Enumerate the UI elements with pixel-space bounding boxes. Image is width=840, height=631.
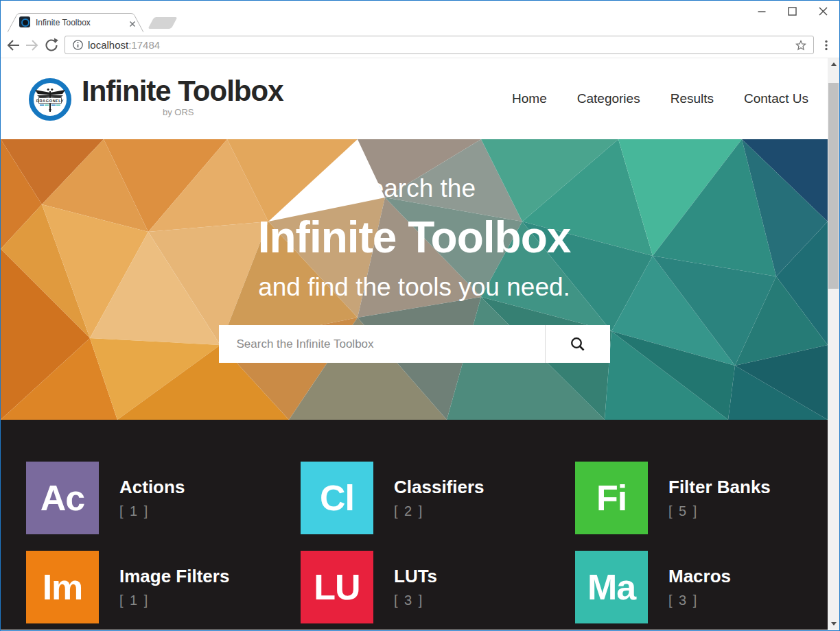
category-tile[interactable]: Ma: [575, 551, 648, 623]
browser-window: Infinite Toolbox: [0, 0, 840, 631]
category-count: [ 3 ]: [668, 593, 731, 608]
search-input[interactable]: [219, 325, 545, 363]
url-host: localhost: [88, 39, 128, 51]
site-title: Infinite Toolbox: [82, 76, 283, 106]
category-info: LUTs [ 3 ]: [394, 551, 437, 623]
browser-tab[interactable]: Infinite Toolbox: [8, 13, 143, 32]
new-tab-button[interactable]: [148, 17, 177, 29]
page-scrollbar[interactable]: [828, 58, 839, 630]
hero-section: Search the Infinite Toolbox and find the…: [1, 139, 828, 420]
category-count: [ 5 ]: [668, 503, 771, 519]
tab-title: Infinite Toolbox: [36, 18, 91, 27]
site-header: DRAGONFLY Infinite Toolbox by ORS HomeCa…: [1, 58, 828, 139]
category-tile[interactable]: LU: [301, 551, 373, 623]
window-controls: [746, 1, 839, 22]
address-bar[interactable]: localhost:17484: [65, 36, 814, 54]
category-card-image-filters[interactable]: Im Image Filters [ 1 ]: [26, 551, 301, 623]
category-tile[interactable]: Im: [26, 551, 99, 623]
browser-titlebar: Infinite Toolbox: [1, 1, 839, 32]
close-button[interactable]: [808, 1, 839, 22]
page-info-icon[interactable]: [72, 39, 84, 51]
brand-text: Infinite Toolbox by ORS: [82, 76, 283, 117]
category-name: LUTs: [394, 567, 437, 586]
browser-toolbar: localhost:17484: [1, 32, 839, 58]
url-text: localhost:17484: [88, 39, 160, 51]
category-info: Image Filters [ 1 ]: [119, 551, 229, 623]
category-card-classifiers[interactable]: Cl Classifiers [ 2 ]: [301, 462, 575, 534]
minimize-button[interactable]: [746, 1, 777, 22]
hero-line1: Search the: [1, 175, 828, 202]
category-info: Filter Banks [ 5 ]: [668, 462, 771, 534]
hero-line3: and find the tools you need.: [1, 274, 828, 301]
dragonfly-logo-icon: DRAGONFLY: [28, 78, 72, 121]
hero-line2: Infinite Toolbox: [1, 215, 828, 260]
brand[interactable]: DRAGONFLY Infinite Toolbox by ORS: [28, 76, 283, 121]
url-port: :17484: [128, 39, 160, 51]
hero-inner: Search the Infinite Toolbox and find the…: [1, 139, 828, 363]
nav-item-categories[interactable]: Categories: [577, 91, 640, 106]
category-card-filter-banks[interactable]: Fi Filter Banks [ 5 ]: [575, 462, 839, 534]
category-count: [ 1 ]: [119, 503, 185, 519]
magnifier-icon: [570, 336, 586, 353]
category-name: Macros: [668, 567, 731, 586]
tab-close-icon[interactable]: [128, 19, 137, 27]
category-count: [ 3 ]: [394, 593, 437, 608]
category-count: [ 1 ]: [119, 593, 229, 608]
maximize-button[interactable]: [777, 1, 808, 22]
page-viewport: DRAGONFLY Infinite Toolbox by ORS HomeCa…: [1, 58, 839, 630]
scrollbar-thumb[interactable]: [828, 83, 839, 289]
search-button[interactable]: [545, 325, 610, 363]
category-name: Actions: [119, 477, 185, 497]
main-nav: HomeCategoriesResultsContact Us: [512, 91, 808, 106]
category-card-luts[interactable]: LU LUTs [ 3 ]: [301, 551, 575, 623]
reload-button[interactable]: [42, 36, 61, 55]
category-card-macros[interactable]: Ma Macros [ 3 ]: [575, 551, 839, 623]
scrollbar-up-arrow[interactable]: [828, 58, 839, 70]
category-info: Actions [ 1 ]: [119, 462, 185, 534]
scrollbar-down-arrow[interactable]: [828, 618, 839, 630]
forward-button[interactable]: [23, 36, 42, 55]
categories-section: Ac Actions [ 1 ] Cl Classifiers [ 2 ] Fi…: [1, 420, 828, 630]
category-card-actions[interactable]: Ac Actions [ 1 ]: [26, 462, 301, 534]
browser-menu-icon[interactable]: [817, 36, 835, 54]
category-tile[interactable]: Ac: [26, 462, 99, 534]
bookmark-star-icon[interactable]: [794, 38, 808, 52]
site-subtitle: by ORS: [163, 107, 283, 117]
nav-item-home[interactable]: Home: [512, 91, 547, 106]
category-tile[interactable]: Fi: [575, 462, 648, 534]
nav-item-results[interactable]: Results: [670, 91, 714, 106]
back-button[interactable]: [3, 36, 23, 55]
category-count: [ 2 ]: [394, 503, 485, 519]
tab-favicon-icon: [19, 16, 30, 27]
category-name: Filter Banks: [668, 477, 771, 497]
hero-search: [219, 325, 610, 363]
category-info: Macros [ 3 ]: [668, 551, 731, 623]
category-tile[interactable]: Cl: [301, 462, 373, 534]
nav-item-contact-us[interactable]: Contact Us: [744, 91, 808, 106]
category-name: Image Filters: [119, 567, 229, 586]
category-info: Classifiers [ 2 ]: [394, 462, 485, 534]
page-content: DRAGONFLY Infinite Toolbox by ORS HomeCa…: [1, 58, 828, 630]
category-name: Classifiers: [394, 477, 485, 497]
svg-text:DRAGONFLY: DRAGONFLY: [36, 99, 64, 103]
